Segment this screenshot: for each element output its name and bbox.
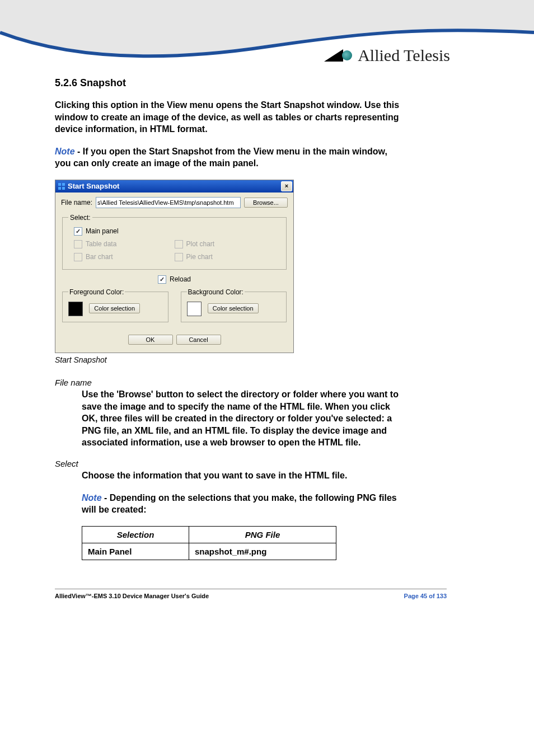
reload-row: Reload [61,275,288,284]
fg-swatch [68,302,83,316]
table-data-checkbox [74,240,82,248]
fg-color-selection-button[interactable]: Color selection [89,303,140,313]
svg-rect-0 [58,183,61,186]
table-row: Main Panel snapshot_m#.png [82,543,336,560]
pie-chart-checkbox-row: Pie chart [175,253,275,261]
page-header-banner: Allied Telesis [0,0,534,67]
foreground-color-group: Foreground Color: Color selection [62,288,168,322]
page-footer: AlliedView™-EMS 3.10 Device Manager User… [55,585,447,599]
table-header-row: Selection PNG File [82,526,336,543]
ok-button[interactable]: OK [128,335,173,345]
brand-globe-icon [342,50,352,60]
file-name-input[interactable] [96,197,241,208]
footer-right: Page 45 of 133 [404,593,447,599]
file-name-row: File name: Browse... [61,197,288,208]
close-button[interactable]: × [281,181,292,191]
reload-checkbox[interactable] [158,275,166,284]
pie-chart-checkbox [175,253,183,261]
plot-chart-checkbox-row: Plot chart [175,240,275,248]
term-select: Select [55,459,457,468]
bg-swatch [187,302,202,316]
brand-text: Allied Telesis [358,46,450,65]
start-snapshot-dialog: Start Snapshot × File name: Browse... Se… [55,180,294,353]
intro-paragraph: Clicking this option in the View menu op… [55,99,402,135]
plot-chart-checkbox [175,240,183,248]
background-color-group: Background Color: Color selection [181,288,287,322]
dialog-title: Start Snapshot [68,182,119,190]
main-panel-checkbox[interactable] [74,227,82,236]
bar-chart-label: Bar chart [86,253,113,261]
dialog-titlebar[interactable]: Start Snapshot × [55,180,293,192]
note-paragraph: Note - If you open the Start Snapshot fr… [55,145,402,170]
fg-legend: Foreground Color: [68,288,125,296]
term-file-name-body: Use the 'Browse' button to select the di… [82,388,406,449]
term-select-body: Choose the information that you want to … [82,469,406,482]
note-label-2: Note [82,493,102,503]
term-select-note: Note - Depending on the selections that … [82,492,406,516]
brand-logo: Allied Telesis [324,46,450,65]
note-label: Note [55,147,75,156]
table-cell-pngfile: snapshot_m#.png [189,543,336,560]
term-file-name: File name [55,378,457,387]
reload-label: Reload [170,275,191,283]
note-body: - If you open the Start Snapshot from th… [55,147,387,168]
table-cell-selection: Main Panel [82,543,189,560]
bg-color-selection-button[interactable]: Color selection [208,303,259,313]
plot-chart-label: Plot chart [186,240,215,248]
footer-left: AlliedView™-EMS 3.10 Device Manager User… [55,593,209,599]
pie-chart-label: Pie chart [186,253,213,261]
table-data-checkbox-row: Table data [74,240,175,248]
dialog-icon [58,182,65,190]
svg-rect-2 [58,187,61,190]
selection-table: Selection PNG File Main Panel snapshot_m… [82,526,336,560]
header-swoosh [0,0,534,67]
table-header-pngfile: PNG File [189,526,336,543]
main-panel-checkbox-row: Main panel [74,227,175,236]
table-header-selection: Selection [82,526,189,543]
brand-triangle-icon [324,49,343,62]
cancel-button[interactable]: Cancel [176,335,221,345]
select-legend: Select: [68,214,92,222]
file-name-label: File name: [61,199,92,206]
figure-caption: Start Snapshot [55,355,457,364]
svg-rect-1 [62,183,65,186]
main-panel-label: Main panel [86,227,119,235]
table-data-label: Table data [86,240,116,248]
svg-rect-3 [62,187,65,190]
select-note-body: - Depending on the selections that you m… [82,493,397,515]
select-group: Select: Main panel Table data [62,214,287,270]
bar-chart-checkbox [74,253,82,261]
section-title: 5.2.6 Snapshot [55,77,457,89]
bar-chart-checkbox-row: Bar chart [74,253,175,261]
bg-legend: Background Color: [187,288,245,296]
browse-button[interactable]: Browse... [244,198,288,208]
